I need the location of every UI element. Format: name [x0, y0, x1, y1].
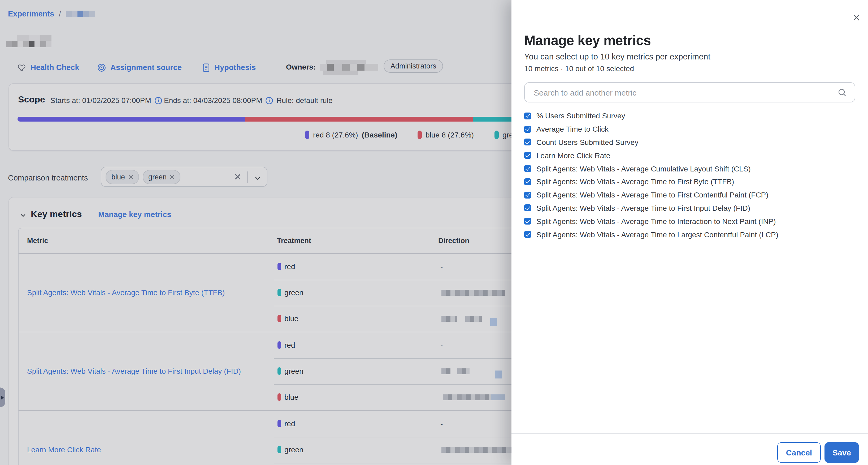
metric-option[interactable]: Split Agents: Web Vitals - Average Time … — [524, 215, 778, 228]
drawer-title: Manage key metrics — [524, 33, 651, 48]
close-icon[interactable] — [852, 13, 861, 24]
checkbox-checked[interactable] — [524, 152, 531, 159]
metric-option[interactable]: % Users Submitted Survey — [524, 109, 778, 123]
metric-option[interactable]: Split Agents: Web Vitals - Average Time … — [524, 201, 778, 215]
checkbox-checked[interactable] — [524, 205, 531, 211]
search-placeholder: Search to add another metric — [534, 88, 637, 97]
checkbox-checked[interactable] — [524, 125, 531, 133]
metric-option[interactable]: Split Agents: Web Vitals - Average Time … — [524, 175, 778, 188]
metric-option[interactable]: Split Agents: Web Vitals - Average Time … — [524, 188, 778, 202]
metric-option[interactable]: Split Agents: Web Vitals - Average Cumul… — [524, 162, 778, 175]
checkbox-checked[interactable] — [524, 165, 531, 172]
checkbox-checked[interactable] — [524, 178, 531, 185]
experiment-detail-screen: Experiments / Health Check Assignment so… — [0, 0, 868, 465]
drawer-subtitle: You can select up to 10 key metrics per … — [524, 52, 710, 62]
footer-divider — [512, 433, 868, 434]
save-button[interactable]: Save — [825, 442, 859, 463]
metric-checkbox-list: % Users Submitted Survey Average Time to… — [524, 109, 778, 241]
metric-option[interactable]: Split Agents: Web Vitals - Average Time … — [524, 228, 778, 241]
metric-option[interactable]: Count Users Submitted Survey — [524, 136, 778, 149]
checkbox-checked[interactable] — [524, 113, 531, 119]
checkbox-checked[interactable] — [524, 231, 531, 238]
manage-key-metrics-drawer: Manage key metrics You can select up to … — [512, 0, 868, 465]
checkbox-checked[interactable] — [524, 191, 531, 198]
cancel-button[interactable]: Cancel — [777, 442, 821, 463]
checkbox-checked[interactable] — [524, 139, 531, 146]
search-icon — [837, 88, 847, 100]
metric-option[interactable]: Average Time to Click — [524, 123, 778, 136]
metric-search-input[interactable]: Search to add another metric — [524, 82, 855, 103]
checkbox-checked[interactable] — [524, 218, 531, 225]
metric-option[interactable]: Learn More Click Rate — [524, 149, 778, 162]
metrics-count: 10 metrics · 10 out of 10 selected — [524, 64, 634, 73]
